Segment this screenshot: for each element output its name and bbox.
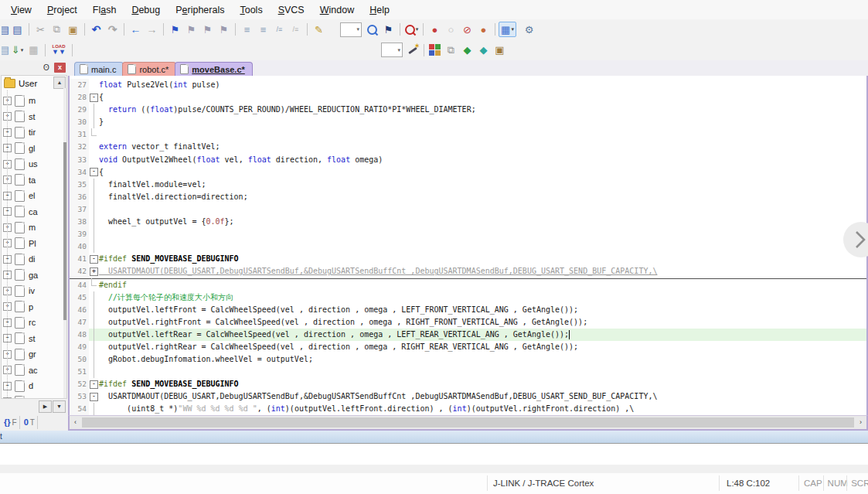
fold-margin[interactable] bbox=[89, 116, 99, 128]
code-line-48[interactable]: 48 outputVel.leftRear = CalcWheelSpeed(v… bbox=[70, 329, 866, 341]
fold-collapse-icon[interactable]: - bbox=[90, 94, 98, 102]
translate-icon[interactable]: ▤ bbox=[2, 43, 9, 58]
fold-collapse-icon[interactable]: - bbox=[90, 393, 98, 401]
tree-item-8[interactable]: +m bbox=[2, 220, 66, 236]
fold-margin[interactable] bbox=[89, 366, 99, 378]
undo-icon[interactable]: ↶ bbox=[88, 22, 104, 37]
menu-item-project[interactable]: Project bbox=[39, 2, 85, 18]
target-options-icon[interactable]: ✶ bbox=[405, 43, 420, 58]
comment-icon[interactable]: /≡ bbox=[271, 22, 288, 37]
save-all-icon[interactable]: ▤ bbox=[9, 22, 26, 37]
indent-icon[interactable]: ≡ bbox=[255, 22, 271, 37]
fold-margin[interactable] bbox=[89, 191, 99, 203]
tree-item-13[interactable]: +p bbox=[2, 299, 66, 315]
scrollbar-thumb[interactable] bbox=[82, 417, 854, 428]
fold-collapse-icon[interactable]: - bbox=[90, 255, 98, 264]
fold-margin[interactable] bbox=[89, 79, 99, 91]
books-icon[interactable]: ◆ bbox=[475, 43, 492, 58]
manage-rte-icon[interactable] bbox=[429, 44, 441, 56]
fold-margin[interactable]: - bbox=[89, 91, 99, 104]
fold-margin[interactable] bbox=[89, 154, 99, 166]
uncomment-icon[interactable]: /≡ bbox=[288, 22, 304, 37]
menu-item-peripherals[interactable]: Peripherals bbox=[168, 2, 232, 18]
tree-scroll-right-button[interactable]: ▶ bbox=[39, 400, 52, 413]
code-line-38[interactable]: 38 wheel_t outputVel = {0.0f}; bbox=[70, 216, 866, 228]
code-line-46[interactable]: 46 outputVel.leftFront = CalcWheelSpeed(… bbox=[70, 304, 866, 316]
code-line-42[interactable]: 42+ USARTDMAOUT(DEBUG_USART,DebugUSARTSe… bbox=[70, 265, 866, 278]
enable-breakpoint-icon[interactable]: ○ bbox=[443, 22, 459, 37]
fold-margin[interactable] bbox=[89, 353, 99, 366]
fold-margin[interactable] bbox=[89, 228, 99, 240]
fold-margin[interactable] bbox=[89, 304, 99, 316]
tree-item-2[interactable]: +tir bbox=[2, 124, 66, 141]
code-line-32[interactable]: 32extern vector_t finaltVel; bbox=[70, 141, 866, 153]
fold-margin[interactable] bbox=[89, 141, 99, 153]
fold-margin[interactable]: - bbox=[89, 390, 99, 403]
copy-icon[interactable]: ⧉ bbox=[49, 22, 65, 37]
code-line-29[interactable]: 29 return ((float)pulse/COUNTS_PER_ROUND… bbox=[70, 104, 866, 116]
redo-icon[interactable]: ↷ bbox=[104, 22, 121, 37]
browse-flag-icon[interactable]: ⚑ bbox=[380, 22, 397, 37]
next-bookmark-icon[interactable]: ⚑ bbox=[199, 22, 216, 37]
fold-margin[interactable] bbox=[89, 104, 99, 116]
fold-margin[interactable] bbox=[89, 291, 99, 304]
tree-scrollbar-thumb[interactable] bbox=[63, 142, 66, 320]
code-line-41[interactable]: 41-#ifdef SEND_MOVEBASE_DEBUGINFO bbox=[70, 253, 866, 265]
fold-margin[interactable] bbox=[89, 216, 99, 228]
scroll-right-button[interactable]: › bbox=[855, 417, 866, 428]
tree-item-0[interactable]: +m bbox=[2, 93, 66, 109]
tree-item-15[interactable]: +st bbox=[2, 331, 66, 347]
build-icon[interactable]: ⇓▾ bbox=[9, 43, 26, 58]
fold-margin[interactable] bbox=[89, 403, 99, 415]
code-line-35[interactable]: 35 finaltVel.module=vel; bbox=[70, 179, 866, 191]
previous-bookmark-icon[interactable]: ⚑ bbox=[183, 22, 199, 37]
find-in-files-icon[interactable] bbox=[364, 22, 380, 37]
tab-moveBasec[interactable]: moveBase.c* bbox=[175, 62, 253, 76]
tree-item-18[interactable]: +d bbox=[2, 378, 66, 394]
tree-item-17[interactable]: +ac bbox=[2, 363, 66, 379]
tree-vertical-scrollbar[interactable] bbox=[63, 88, 66, 398]
fold-margin[interactable] bbox=[89, 329, 99, 341]
code-line-54[interactable]: 54 (uint8_t *)"WW %d %d %d %d ", (int)(o… bbox=[70, 403, 866, 415]
tree-item-19[interactable]: +te bbox=[2, 394, 66, 400]
download-flash-icon[interactable]: LOAD▼▼ bbox=[49, 43, 69, 58]
system-viewer-icon[interactable]: ▦▾ bbox=[499, 22, 516, 37]
code-editor[interactable]: 27float Pulse2Vel(int pulse)28-{29 retur… bbox=[68, 76, 868, 417]
code-line-31[interactable]: 31 bbox=[70, 128, 866, 141]
next-overlay-button[interactable] bbox=[843, 222, 868, 257]
tree-item-6[interactable]: +el bbox=[2, 188, 66, 204]
code-line-49[interactable]: 49 outputVel.rightRear = CalcWheelSpeed(… bbox=[70, 341, 866, 353]
target-select-combo[interactable]: ▾ bbox=[381, 43, 403, 57]
menu-item-flash[interactable]: Flash bbox=[85, 2, 124, 18]
insert-breakpoint-icon[interactable]: ● bbox=[427, 22, 443, 37]
code-line-33[interactable]: 33void OutputVel2Wheel(float vel, float … bbox=[70, 154, 866, 166]
clear-bookmarks-icon[interactable]: ⚑ bbox=[216, 22, 232, 37]
code-line-53[interactable]: 53- USARTDMAOUT(DEBUG_USART,DebugUSARTSe… bbox=[70, 390, 866, 403]
fold-margin[interactable] bbox=[89, 279, 99, 291]
tree-item-14[interactable]: +rc bbox=[2, 315, 66, 331]
tree-scroll-down-button[interactable]: ▼ bbox=[53, 400, 66, 413]
code-line-52[interactable]: 52-#ifdef SEND_MOVEBASE_DEBUGINFO bbox=[70, 378, 866, 390]
rebuild-icon[interactable]: ▦ bbox=[26, 43, 42, 58]
code-line-39[interactable]: 39 bbox=[70, 228, 866, 240]
edit-config-icon[interactable]: ✎ bbox=[311, 22, 327, 37]
auto-hide-pin-icon[interactable]: ʘ bbox=[41, 63, 52, 73]
code-line-50[interactable]: 50 gRobot.debugInfomation.wheelVel = out… bbox=[70, 353, 866, 366]
components-icon[interactable]: ▣ bbox=[492, 43, 508, 58]
menu-item-tools[interactable]: Tools bbox=[232, 2, 270, 18]
quick-find-combo[interactable]: ▾ bbox=[340, 22, 362, 37]
panel-tab-f[interactable]: {}F bbox=[2, 416, 20, 429]
fold-margin[interactable]: - bbox=[89, 378, 99, 390]
navigate-back-icon[interactable]: ← bbox=[128, 22, 144, 37]
menu-item-svcs[interactable]: SVCS bbox=[271, 2, 312, 18]
tree-item-11[interactable]: +ga bbox=[2, 267, 66, 284]
tree-item-3[interactable]: +gl bbox=[2, 141, 66, 157]
pack-installer-icon[interactable]: ◆ bbox=[459, 43, 475, 58]
system-viewer-icon-dropdown-icon[interactable]: ▾ bbox=[511, 26, 514, 32]
code-line-47[interactable]: 47 outputVel.rightFront = CalcWheelSpeed… bbox=[70, 316, 866, 329]
code-line-37[interactable]: 37 bbox=[70, 203, 866, 216]
tree-item-7[interactable]: +ca bbox=[2, 204, 66, 220]
fold-margin[interactable] bbox=[89, 316, 99, 329]
tree-scroll-up-button[interactable]: ▲ bbox=[53, 77, 66, 89]
code-line-27[interactable]: 27float Pulse2Vel(int pulse) bbox=[70, 79, 866, 91]
